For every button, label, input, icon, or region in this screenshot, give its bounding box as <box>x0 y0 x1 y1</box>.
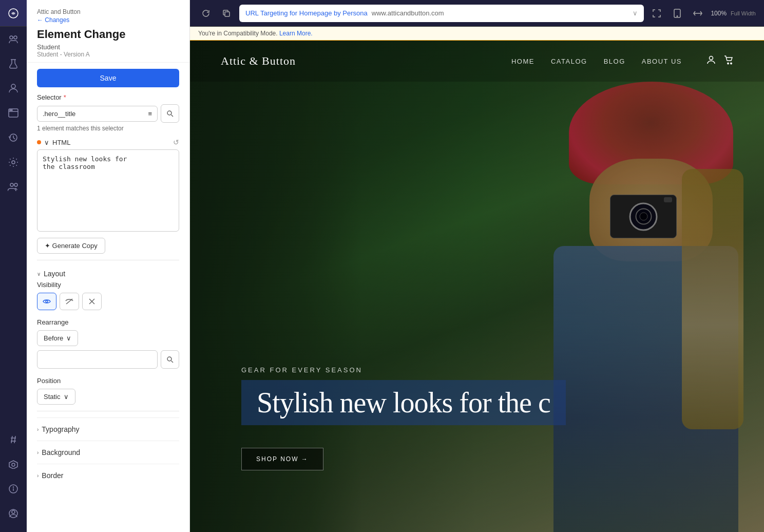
typography-section: › Typography <box>37 417 179 441</box>
hero-title-container: Stylish new looks for the c <box>241 380 566 425</box>
mobile-preview-button[interactable] <box>670 6 685 21</box>
user-avatar-icon[interactable] <box>0 501 27 526</box>
nav-about[interactable]: ABOUT US <box>642 58 682 65</box>
svg-point-33 <box>677 15 678 16</box>
svg-line-15 <box>14 436 15 443</box>
persona-version: Student - Version A <box>37 51 179 58</box>
network-nav-icon[interactable] <box>0 452 27 477</box>
svg-point-1 <box>10 36 13 39</box>
visibility-hide-button[interactable] <box>60 293 79 310</box>
rearrange-input[interactable] <box>37 350 158 369</box>
hero-text-area: GEAR FOR EVERY SEASON Stylish new looks … <box>190 366 764 470</box>
zoom-percent: 100% <box>711 10 727 17</box>
typography-toggle[interactable]: › Typography <box>37 422 179 436</box>
svg-line-24 <box>171 115 174 117</box>
compat-bar: You're in Compatibility Mode. Learn More… <box>190 27 764 41</box>
hero-subtitle: GEAR FOR EVERY SEASON <box>241 366 764 374</box>
position-chevron: ∨ <box>64 393 69 401</box>
divider-2 <box>37 411 179 411</box>
info-nav-icon[interactable] <box>0 477 27 501</box>
layout-chevron: ∨ <box>37 271 41 277</box>
site-logo: Attic & Button <box>221 54 296 68</box>
copy-button[interactable] <box>219 6 234 21</box>
shop-now-button[interactable]: SHOP NOW → <box>241 448 323 470</box>
site-nav-links: HOME CATALOG BLOG ABOUT US <box>511 55 733 67</box>
nav-home[interactable]: HOME <box>511 58 534 65</box>
selector-input[interactable]: .hero__title ≡ <box>37 106 158 122</box>
save-button[interactable]: Save <box>37 69 179 87</box>
layout-toggle[interactable]: ∨ Layout <box>37 267 179 281</box>
account-icon[interactable] <box>706 55 716 67</box>
divider-1 <box>37 260 179 260</box>
icon-sidebar <box>0 0 27 532</box>
list-icon: ≡ <box>148 110 152 118</box>
window-nav-icon[interactable] <box>0 101 27 125</box>
border-toggle[interactable]: › Border <box>37 468 179 483</box>
svg-point-17 <box>12 463 15 466</box>
group-nav-icon[interactable] <box>0 175 27 199</box>
person-nav-icon[interactable] <box>0 76 27 101</box>
rearrange-before-dropdown[interactable]: Before ∨ <box>37 330 78 346</box>
selector-row: .hero__title ≡ <box>37 104 179 123</box>
zoom-control[interactable]: 100%Full Width <box>711 9 756 18</box>
svg-point-20 <box>13 487 14 487</box>
cart-icon[interactable] <box>724 55 733 67</box>
rearrange-search-button[interactable] <box>161 350 179 369</box>
html-header: ∨ HTML ↺ <box>37 138 179 146</box>
nav-blog[interactable]: BLOG <box>604 58 625 65</box>
border-section: › Border <box>37 464 179 487</box>
svg-point-11 <box>14 183 17 186</box>
visibility-section: Visibility <box>37 281 179 310</box>
html-label: ∨ HTML <box>37 139 70 146</box>
selector-search-button[interactable] <box>161 104 179 123</box>
html-section: ∨ HTML ↺ Stylish new looks for the class… <box>37 138 179 254</box>
svg-point-9 <box>12 161 15 164</box>
svg-point-29 <box>167 357 171 361</box>
panel-title: Element Change <box>37 28 179 41</box>
rearrange-section: Rearrange Before ∨ <box>37 318 179 369</box>
html-textarea[interactable]: Stylish new looks for the classroom <box>37 149 179 232</box>
zoom-label: Full Width <box>731 10 756 16</box>
hash-nav-icon[interactable] <box>0 427 27 452</box>
history-nav-icon[interactable] <box>0 125 27 150</box>
svg-point-4 <box>11 84 15 88</box>
selector-section: Selector * .hero__title ≡ 1 element matc… <box>37 93 179 132</box>
users-nav-icon[interactable] <box>0 27 27 51</box>
svg-point-22 <box>12 510 15 514</box>
expand-button[interactable] <box>649 6 664 21</box>
svg-marker-16 <box>9 461 17 469</box>
svg-line-14 <box>11 436 12 443</box>
svg-point-10 <box>10 183 13 186</box>
rearrange-row <box>37 350 179 369</box>
breadcrumb: Attic and Button <box>37 8 179 15</box>
svg-point-37 <box>731 63 732 64</box>
visibility-show-button[interactable] <box>37 293 56 310</box>
url-domain-text: www.atticandbutton.com <box>372 9 444 17</box>
website-preview: Attic & Button HOME CATALOG BLOG ABOUT U… <box>190 41 764 532</box>
visibility-remove-button[interactable] <box>82 293 102 310</box>
settings-nav-icon[interactable] <box>0 150 27 175</box>
refresh-button[interactable] <box>198 6 214 21</box>
preview-area: Attic & Button HOME CATALOG BLOG ABOUT U… <box>190 41 764 532</box>
background-section: › Background <box>37 441 179 464</box>
learn-more-link[interactable]: Learn More. <box>279 30 313 37</box>
position-section: Position Static ∨ <box>37 377 179 405</box>
back-link[interactable]: ← Changes <box>37 16 179 24</box>
nav-catalog[interactable]: CATALOG <box>551 58 587 65</box>
selector-match-text: 1 element matches this selector <box>37 125 179 132</box>
panel-header: Attic and Button ← Changes Element Chang… <box>27 0 189 63</box>
html-reset-button[interactable]: ↺ <box>173 138 179 146</box>
dropdown-chevron: ∨ <box>66 334 71 342</box>
url-chevron-icon: ∨ <box>633 9 638 17</box>
flask-nav-icon[interactable] <box>0 51 27 76</box>
site-nav: Attic & Button HOME CATALOG BLOG ABOUT U… <box>190 41 764 82</box>
url-bar[interactable]: URL Targeting for Homepage by Persona ww… <box>239 5 644 22</box>
generate-copy-button[interactable]: ✦ Generate Copy <box>37 238 105 254</box>
width-toggle-button[interactable] <box>690 6 705 21</box>
panel-body: Selector * .hero__title ≡ 1 element matc… <box>27 93 189 532</box>
toolbar: URL Targeting for Homepage by Persona ww… <box>190 0 764 27</box>
background-toggle[interactable]: › Background <box>37 445 179 460</box>
svg-point-7 <box>10 110 11 111</box>
position-dropdown[interactable]: Static ∨ <box>37 389 75 405</box>
background-chevron: › <box>37 450 39 455</box>
